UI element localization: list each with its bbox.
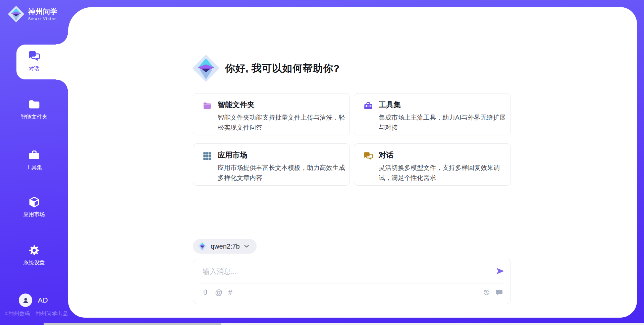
sidebar-item-chat[interactable]: 对话 [0,50,68,72]
feature-cards: 智能文件夹 智能文件夹功能支持批量文件上传与清洗，轻松实现文件问答 工具集 集成… [193,93,511,186]
cube-icon [28,196,41,208]
card-title: 工具集 [379,100,508,110]
card-description: 智能文件夹功能支持批量文件上传与清洗，轻松实现文件问答 [218,113,347,133]
comment-icon[interactable] [495,288,503,297]
composer-divider [199,283,504,283]
composer-left-tools: @ # [201,288,232,297]
message-input[interactable] [202,264,485,278]
greeting-logo-diamond-icon [192,54,220,83]
pill-fillet-top [56,32,68,45]
card-title: 应用市场 [218,150,347,160]
greeting-title: 你好, 我可以如何帮助你? [225,62,340,75]
card-description: 集成市场上主流工具，助力AI与外界无缝扩展与对接 [379,113,508,133]
sidebar-item-label: 工具集 [26,164,42,171]
card-description: 应用市场提供丰富长文本模板，助力高效生成多样化文章内容 [218,163,347,183]
card-title: 智能文件夹 [218,100,347,110]
brand-name: 神州问学 [28,8,58,16]
folder-icon [28,98,41,111]
sidebar-item-tools[interactable]: 工具集 [0,149,68,171]
model-logo-diamond-icon [197,241,207,251]
brand-subtitle: Smart Vision [28,17,58,21]
brand-logo-diamond-icon [7,5,25,23]
avatar [19,294,32,307]
user-name: AD [38,296,48,304]
composer-right-tools [483,288,503,297]
message-composer: @ # [193,259,511,304]
sidebar-item-label: 系统设置 [23,259,45,266]
user-profile[interactable]: AD [19,294,48,307]
card-toolset[interactable]: 工具集 集成市场上主流工具，助力AI与外界无缝扩展与对接 [354,93,511,135]
card-title: 对话 [379,150,508,160]
hash-icon[interactable]: # [228,288,232,297]
send-icon[interactable] [495,266,505,276]
grid-cube-icon [202,151,212,161]
card-smart-folders[interactable]: 智能文件夹 智能文件夹功能支持批量文件上传与清洗，轻松实现文件问答 [193,93,350,135]
sidebar-item-label: 应用市场 [23,211,45,218]
toolbox-icon [28,149,41,161]
sidebar-item-settings[interactable]: 系统设置 [0,244,68,266]
sidebar-item-label: 智能文件夹 [21,114,48,121]
chat-bubbles-icon [363,151,373,161]
toolbox-icon [363,101,373,111]
card-chat[interactable]: 对话 灵活切换多模型文件，支持多样回复效果调试，满足个性化需求 [354,143,511,186]
at-icon[interactable]: @ [215,288,222,297]
chevron-down-icon [243,243,250,250]
horizontal-scrollbar-track [44,323,644,325]
history-icon[interactable] [483,288,491,297]
copyright-text: ©神州数码 · 神州问学出品 [5,311,68,317]
card-description: 灵活切换多模型文件，支持多样回复效果调试，满足个性化需求 [379,163,508,183]
model-selector[interactable]: qwen2:7b [193,239,257,254]
chat-bubbles-icon [28,50,41,63]
card-app-market[interactable]: 应用市场 应用市场提供丰富长文本模板，助力高效生成多样化文章内容 [193,143,350,186]
pill-fillet-bottom [56,79,68,91]
gear-icon [28,244,41,257]
horizontal-scrollbar-thumb[interactable] [44,323,221,325]
paperclip-icon[interactable] [201,288,209,297]
model-name: qwen2:7b [211,243,240,250]
folder-icon [202,101,212,111]
person-icon [21,296,30,305]
brand: 神州问学 Smart Vision [7,5,58,23]
sidebar-item-folders[interactable]: 智能文件夹 [0,98,68,121]
greeting: 你好, 我可以如何帮助你? [192,54,340,83]
sidebar-item-label: 对话 [29,65,40,72]
sidebar-item-market[interactable]: 应用市场 [0,196,68,218]
